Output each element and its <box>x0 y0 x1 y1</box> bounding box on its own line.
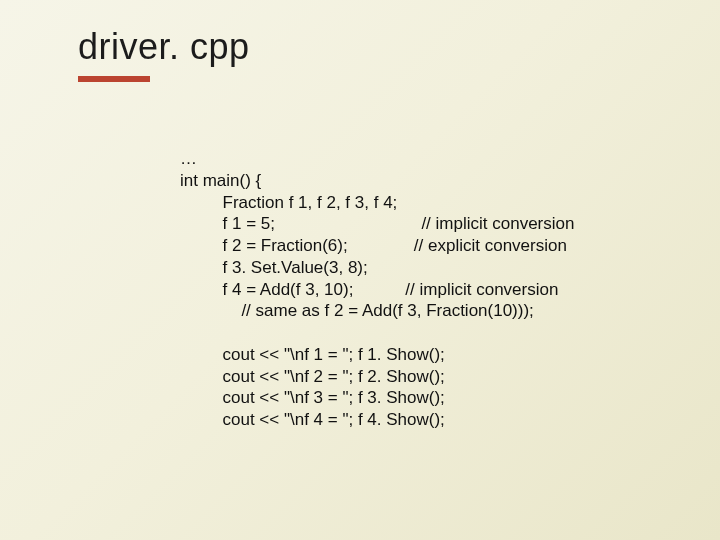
code-content: … int main() { Fraction f 1, f 2, f 3, f… <box>180 148 660 431</box>
title-area: driver. cpp <box>78 26 680 82</box>
slide: driver. cpp … int main() { Fraction f 1,… <box>0 0 720 540</box>
title-accent-bar <box>78 76 150 82</box>
slide-title: driver. cpp <box>78 26 680 68</box>
